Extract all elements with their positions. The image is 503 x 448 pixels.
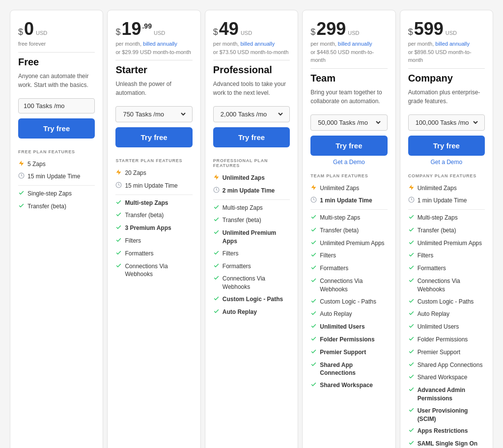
tasks-selector[interactable]: 750 Tasks /mo — [115, 106, 192, 122]
feature-text: Transfer (beta) — [223, 216, 290, 224]
check-icon — [310, 298, 317, 307]
try-free-button-team[interactable]: Try free — [310, 136, 387, 156]
tasks-select[interactable]: 2,000 Tasks /mo — [219, 110, 284, 118]
tasks-selector[interactable]: 100,000 Tasks /mo — [408, 114, 485, 131]
check-icon — [408, 348, 415, 357]
feature-text: Auto Replay — [223, 308, 290, 316]
get-demo-link-team[interactable]: Get a Demo — [310, 159, 387, 166]
plan-description: Bring your team together to collaborate … — [310, 88, 387, 108]
feature-item: Advanced Admin Permissions — [408, 386, 485, 403]
feature-item: 15 min Update Time — [115, 182, 192, 191]
feature-item: Filters — [310, 252, 387, 260]
feature-item: Filters — [408, 252, 485, 260]
tasks-select[interactable]: 100,000 Tasks /mo — [414, 118, 479, 127]
plan-card-company: $599USDper month, billed annuallyor $898… — [400, 10, 493, 448]
feature-item: User Provisioning (SCIM) — [408, 407, 485, 423]
zap-icon — [213, 174, 220, 183]
try-free-button-professional[interactable]: Try free — [213, 127, 290, 147]
feature-item: Transfer (beta) — [115, 211, 192, 220]
check-icon — [310, 277, 317, 286]
feature-item: Shared Workspace — [408, 373, 485, 382]
feature-item: Folder Permissions — [408, 336, 485, 344]
feature-text: Filters — [223, 250, 290, 258]
check-icon — [213, 295, 220, 304]
feature-item: Shared Workspace — [310, 381, 387, 390]
feature-text: 2 min Update Time — [223, 187, 290, 195]
tasks-select[interactable]: 50,000 Tasks /mo — [316, 118, 382, 127]
feature-item: 5 Zaps — [18, 160, 95, 169]
price-amount: 599 — [414, 20, 444, 38]
feature-item: Premier Support — [408, 348, 485, 357]
check-icon — [408, 310, 415, 319]
price-amount: 299 — [316, 20, 346, 38]
svg-marker-6 — [311, 185, 316, 190]
features-section: STARTER PLAN FEATURES20 Zaps15 min Updat… — [115, 158, 192, 279]
feature-item: Auto Replay — [310, 310, 387, 319]
check-icon — [115, 262, 122, 271]
check-icon — [115, 250, 122, 258]
feature-item: Single-step Zaps — [18, 190, 95, 198]
features-label: COMPANY PLAN FEATURES — [408, 173, 485, 178]
check-icon — [213, 204, 220, 213]
price-row: $49USD — [213, 20, 290, 38]
billing-annually-link[interactable]: billed annually — [338, 41, 372, 47]
tasks-selector[interactable]: 2,000 Tasks /mo — [213, 106, 290, 122]
features-section: PROFESSIONAL PLAN FEATURESUnlimited Zaps… — [213, 158, 290, 317]
plan-name: Professional — [213, 64, 290, 76]
get-demo-link-company[interactable]: Get a Demo — [408, 159, 485, 166]
feature-text: Multi-step Zaps — [223, 204, 290, 212]
tasks-selector[interactable]: 50,000 Tasks /mo — [310, 114, 387, 131]
feature-text: Folder Permissions — [418, 336, 485, 344]
price-dollar-sign: $ — [213, 27, 218, 37]
check-icon — [310, 252, 317, 260]
try-free-button-starter[interactable]: Try free — [115, 127, 192, 147]
feature-item: 1 min Update Time — [408, 196, 485, 205]
feature-item: Unlimited Premium Apps — [213, 229, 290, 246]
check-icon — [408, 226, 415, 235]
feature-text: Custom Logic - Paths — [320, 298, 387, 306]
feature-text: Auto Replay — [320, 310, 387, 318]
feature-text: Multi-step Zaps — [125, 199, 192, 207]
check-icon — [213, 308, 220, 317]
feature-text: User Provisioning (SCIM) — [418, 407, 485, 423]
try-free-button-free[interactable]: Try free — [18, 118, 95, 139]
feature-text: Transfer (beta) — [28, 202, 95, 211]
price-dollar-sign: $ — [115, 27, 120, 37]
plan-name: Starter — [115, 64, 192, 76]
feature-text: Unlimited Zaps — [320, 184, 387, 193]
tasks-select[interactable]: 750 Tasks /mo — [121, 110, 187, 118]
feature-text: Unlimited Zaps — [223, 174, 290, 182]
feature-text: 3 Premium Apps — [125, 224, 192, 232]
feature-text: Shared App Connections — [320, 361, 387, 378]
check-icon — [408, 336, 415, 344]
feature-item: Multi-step Zaps — [310, 214, 387, 223]
check-icon — [310, 361, 317, 370]
billing-annually-link[interactable]: billed annually — [435, 41, 470, 47]
feature-text: Connections Via Webhooks — [223, 275, 290, 291]
price-usd: USD — [348, 30, 359, 36]
tasks-static: 100 Tasks /mo — [18, 98, 95, 113]
check-icon — [408, 277, 415, 286]
feature-text: Multi-step Zaps — [320, 214, 387, 222]
plan-card-team: $299USDper month, billed annuallyor $448… — [302, 10, 395, 448]
price-amount: 0 — [24, 20, 34, 38]
feature-item: Transfer (beta) — [310, 226, 387, 235]
try-free-button-company[interactable]: Try free — [408, 136, 485, 156]
clock-icon — [408, 196, 415, 205]
feature-text: Filters — [125, 237, 192, 245]
billing-annually-link[interactable]: billed annually — [143, 41, 177, 47]
feature-item: Auto Replay — [213, 308, 290, 317]
billing-annually-link[interactable]: billed annually — [240, 41, 275, 47]
feature-text: Transfer (beta) — [125, 211, 192, 220]
check-icon — [213, 262, 220, 271]
feature-item: Unlimited Premium Apps — [310, 239, 387, 248]
feature-item: Unlimited Zaps — [408, 184, 485, 193]
feature-item: Folder Permissions — [310, 336, 387, 344]
check-icon — [115, 211, 122, 220]
billing-info: per month, billed annuallyor $448.50 USD… — [310, 40, 387, 64]
pricing-container: $0USDfree foreverFreeAnyone can automate… — [10, 10, 493, 448]
price-divider — [115, 60, 192, 60]
feature-item: Filters — [213, 250, 290, 258]
billing-info: free forever — [18, 40, 95, 48]
check-icon — [310, 226, 317, 235]
